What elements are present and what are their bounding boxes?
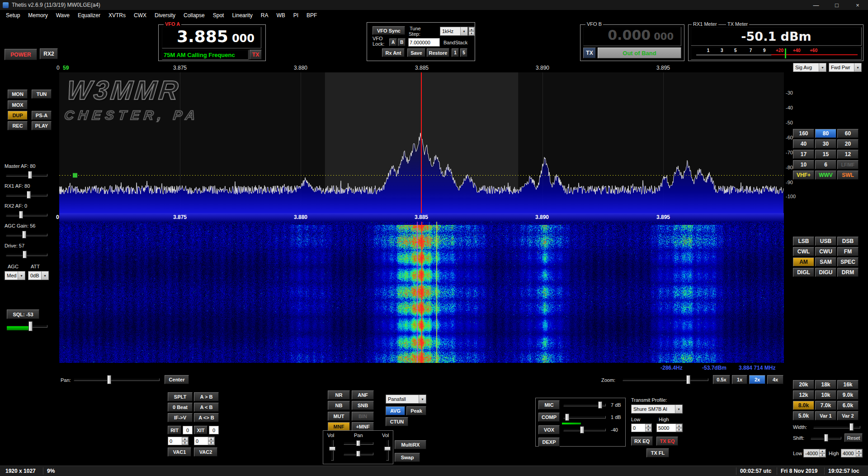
spin-up-icon[interactable]: ▲: [469, 27, 474, 31]
band-button-lfmf[interactable]: LF/MF: [837, 160, 859, 169]
filter-button-20k[interactable]: 20k: [793, 380, 814, 389]
dup-button[interactable]: DUP: [8, 111, 28, 120]
mnf-button[interactable]: MNF: [328, 422, 350, 431]
anf-button[interactable]: ANF: [352, 390, 374, 400]
sql-button[interactable]: SQL: -53: [7, 309, 39, 319]
spin-up-icon[interactable]: ▲: [182, 437, 188, 441]
slider-thumb[interactable]: [329, 447, 335, 451]
filter-button-5k[interactable]: 5.0k: [793, 411, 814, 420]
zoom-1x-button[interactable]: 1x: [732, 375, 747, 384]
menu-spot[interactable]: Spot: [209, 10, 228, 21]
nb-button[interactable]: NB: [328, 401, 350, 410]
slider-thumb[interactable]: [19, 211, 23, 219]
split-button[interactable]: SPLT: [168, 392, 193, 401]
rx-eq-button[interactable]: RX EQ: [631, 437, 653, 446]
band-button-60[interactable]: 60: [837, 129, 859, 138]
zero-beat-button[interactable]: 0 Beat: [168, 403, 193, 412]
mon-button[interactable]: MON: [8, 90, 28, 99]
dexp-button[interactable]: DEXP: [538, 438, 560, 447]
slider-thumb[interactable]: [27, 191, 31, 199]
spin-up-icon[interactable]: ▲: [819, 449, 826, 453]
mode-button-cwu[interactable]: CWU: [815, 247, 836, 256]
filter-button-10k[interactable]: 10k: [815, 390, 836, 400]
menu-collapse[interactable]: Collapse: [179, 10, 209, 21]
menu-cwx[interactable]: CWX: [130, 10, 151, 21]
shift-slider[interactable]: [809, 433, 843, 443]
mode-button-digu[interactable]: DIGU: [815, 268, 836, 277]
mode-button-cwl[interactable]: CWL: [793, 247, 814, 256]
spin-down-icon[interactable]: ▼: [819, 453, 826, 457]
band-button-30[interactable]: 30: [815, 139, 836, 148]
menu-xvtrs[interactable]: XVTRs: [104, 10, 130, 21]
ps-a-button[interactable]: PS-A: [32, 111, 52, 120]
rx1-af-slider[interactable]: [5, 190, 49, 200]
rx-meter-mode-combo[interactable]: Sig Avg ▾: [793, 63, 826, 72]
bandstack-restore-button[interactable]: Restore: [427, 48, 449, 57]
menu-diversity[interactable]: Diversity: [151, 10, 179, 21]
bandstack-5-button[interactable]: 5: [460, 48, 467, 57]
mut-button[interactable]: MUT: [328, 412, 350, 421]
vfo-lock-b-button[interactable]: B: [398, 38, 406, 46]
slider-thumb[interactable]: [580, 426, 584, 433]
bandstack-1-button[interactable]: 1: [452, 48, 459, 57]
band-button-40[interactable]: 40: [793, 139, 814, 148]
band-button-20[interactable]: 20: [837, 139, 859, 148]
slider-thumb[interactable]: [23, 251, 27, 258]
filter-button-12k[interactable]: 12k: [793, 390, 814, 400]
comp-slider[interactable]: [562, 413, 607, 422]
mode-button-fm[interactable]: FM: [837, 247, 859, 256]
band-button-10[interactable]: 10: [793, 160, 814, 169]
vfo-a-frequency[interactable]: 3.885 000: [162, 27, 261, 48]
width-slider[interactable]: [812, 422, 862, 432]
band-button-160[interactable]: 160: [793, 129, 814, 138]
filter-low-spinner[interactable]: -4000 ▲▼: [803, 449, 826, 457]
rx-ant-button[interactable]: Rx Ant: [382, 48, 405, 57]
slider-thumb[interactable]: [824, 434, 828, 442]
vox-slider[interactable]: [562, 425, 607, 434]
waterfall-display[interactable]: [59, 222, 784, 363]
vol-left-slider[interactable]: [329, 438, 336, 462]
mode-button-drm[interactable]: DRM: [837, 268, 859, 277]
menu-bpf[interactable]: BPF: [302, 10, 321, 21]
zoom-2x-button[interactable]: 2x: [749, 375, 765, 384]
menu-linearity[interactable]: Linearity: [228, 10, 256, 21]
shift-reset-button[interactable]: Reset: [844, 433, 863, 442]
tune-step-combo[interactable]: 1kHz ▾: [440, 27, 468, 36]
filter-button-6k[interactable]: 6.0k: [837, 401, 859, 410]
att-combo[interactable]: 0dB ▾: [28, 271, 49, 280]
tun-button[interactable]: TUN: [32, 90, 52, 99]
master-af-slider[interactable]: [5, 170, 49, 180]
mode-button-sam[interactable]: SAM: [815, 257, 836, 267]
swap-button[interactable]: Swap: [395, 453, 420, 462]
agc-gain-slider[interactable]: [5, 230, 49, 239]
mode-button-digl[interactable]: DIGL: [793, 268, 814, 277]
spin-up-icon[interactable]: ▲: [208, 437, 214, 441]
tx-fl-button[interactable]: TX FL: [646, 448, 669, 457]
slider-thumb[interactable]: [565, 414, 569, 421]
minimize-icon[interactable]: —: [806, 0, 826, 10]
vol-right-slider[interactable]: [384, 438, 391, 462]
menu-wave[interactable]: Wave: [52, 10, 74, 21]
tx-meter-mode-combo[interactable]: Fwd Pwr ▾: [829, 63, 862, 72]
avg-button[interactable]: AVG: [386, 406, 405, 415]
spin-up-icon[interactable]: ▲: [856, 449, 862, 453]
spin-down-icon[interactable]: ▼: [182, 441, 188, 445]
zoom-slider[interactable]: [621, 374, 710, 385]
rec-button[interactable]: REC: [8, 121, 28, 130]
eq-low-spinner[interactable]: 0 ▲▼: [631, 424, 652, 432]
spin-up-icon[interactable]: ▲: [645, 424, 651, 428]
filter-button-18k[interactable]: 18k: [815, 380, 836, 389]
slider-thumb[interactable]: [107, 375, 111, 384]
rit-button[interactable]: RIT: [168, 426, 181, 434]
power-button[interactable]: POWER: [5, 49, 37, 60]
vfo-b-tx-button[interactable]: TX: [583, 48, 596, 58]
slider-thumb[interactable]: [686, 375, 690, 384]
vfo-b-frequency[interactable]: 0.000 000: [583, 27, 681, 46]
filter-button-var2[interactable]: Var 2: [837, 411, 859, 420]
pan-lower-slider[interactable]: [342, 450, 375, 457]
slider-thumb[interactable]: [384, 447, 391, 451]
spin-down-icon[interactable]: ▼: [645, 428, 651, 432]
slider-thumb[interactable]: [22, 231, 26, 238]
comp-button[interactable]: COMP: [538, 413, 560, 422]
vox-button[interactable]: VOX: [538, 425, 560, 434]
